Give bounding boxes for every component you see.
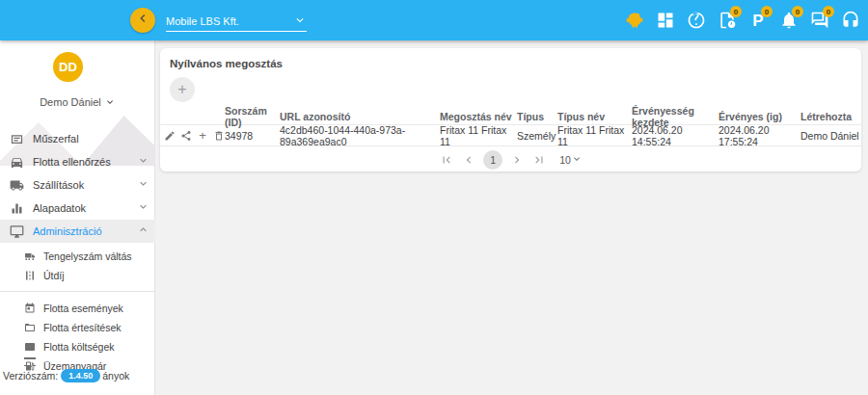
current-page[interactable]: 1: [483, 150, 502, 170]
obscured-menu-item-label[interactable]: ányok: [102, 370, 129, 382]
user-menu[interactable]: Demo Dániel: [0, 96, 155, 108]
sidebar: DD Demo Dániel Műszerfal Flotta ellenőrz…: [0, 40, 155, 395]
column-header: Típus név: [557, 111, 632, 122]
road-icon: [23, 270, 36, 282]
add-button[interactable]: +: [170, 77, 195, 102]
parking-icon[interactable]: P 0: [746, 9, 770, 32]
sidebar-item-label: Szállítások: [33, 179, 137, 191]
sidebar-item-label: Útdíj: [43, 270, 149, 281]
sidebar-item-toll[interactable]: Útdíj: [0, 266, 155, 285]
chevron-up-icon: [137, 223, 149, 240]
sidebar-item-axle-change[interactable]: Tengelyszám váltás: [0, 247, 155, 266]
plus-icon[interactable]: +: [197, 129, 208, 142]
sidebar-item-label: Flotta események: [43, 303, 149, 314]
avatar[interactable]: DD: [53, 52, 83, 82]
sidebar-item-label: Műszerfal: [33, 133, 149, 145]
chevron-down-icon: [137, 176, 149, 194]
page-size-select[interactable]: 10: [559, 153, 583, 167]
column-header: Sorszám (ID): [225, 105, 280, 128]
column-header: Érvényes (ig): [719, 111, 800, 122]
monitor-icon: [9, 224, 24, 239]
cell-type: Személy: [517, 130, 557, 142]
company-selector[interactable]: Mobile LBS Kft.: [166, 11, 307, 32]
user-name: Demo Dániel: [40, 96, 101, 108]
bar-chart-icon: [9, 200, 24, 216]
cell-url: 4c2db460-1044-440a-973a-89a369ea9ac0: [280, 124, 440, 147]
axle-truck-icon: [23, 250, 36, 263]
back-button[interactable]: [130, 8, 155, 33]
topbar-icons: 0 P 0 0 0: [623, 0, 862, 40]
cell-created-by: Demo Dániel: [800, 130, 861, 142]
sidebar-item-shipments[interactable]: Szállítások: [0, 173, 155, 197]
version-badge: 1.4.50: [61, 369, 100, 382]
sidebar-item-base-data[interactable]: Alapadatok: [0, 197, 155, 220]
version-label: Verziószám:: [3, 370, 58, 382]
sidebar-item-fleet-notifications[interactable]: Flotta értesítések: [0, 318, 155, 337]
help-icon[interactable]: [685, 9, 708, 32]
page-title: Nyílvános megosztás: [170, 58, 283, 69]
chevron-left-icon: [135, 11, 150, 30]
first-page-icon[interactable]: [439, 152, 454, 168]
chevron-down-icon: [293, 13, 307, 29]
chevron-down-icon: [104, 96, 116, 108]
sidebar-item-label: Tengelyszám váltás: [43, 250, 149, 262]
badge-count: 0: [761, 6, 773, 17]
prev-page-icon[interactable]: [461, 152, 476, 168]
sidebar-item-fleet-check[interactable]: Flotta ellenőrzés: [0, 150, 155, 173]
sidebar-item-label: Flotta ellenőrzés: [33, 156, 137, 168]
sidebar-item-fleet-costs[interactable]: Flotta költségek: [0, 337, 155, 356]
badge-count: 0: [823, 6, 834, 17]
column-header: Létrehozta: [800, 111, 861, 122]
sidebar-item-label: Flotta költségek: [43, 341, 149, 353]
chevron-down-icon: [571, 153, 583, 167]
car-icon: [9, 154, 24, 170]
last-page-icon[interactable]: [531, 152, 547, 168]
badge-count: 0: [730, 6, 742, 17]
truck-icon: [9, 177, 24, 193]
calendar-alert-icon: [23, 322, 36, 334]
page-size-value: 10: [559, 154, 571, 166]
chevron-down-icon: [137, 153, 149, 171]
document-history-icon[interactable]: 0: [716, 9, 739, 32]
column-header: URL azonosító: [280, 111, 440, 122]
cell-valid-from: 2024.06.20 14:55:24: [632, 124, 719, 147]
table-row: + 34978 4c2db460-1044-440a-973a-89a369ea…: [160, 125, 861, 146]
sidebar-item-administration[interactable]: Adminisztráció: [0, 220, 155, 243]
badge-count: 0: [792, 6, 803, 17]
sidebar-item-fleet-events[interactable]: Flotta események: [0, 299, 155, 318]
row-actions: +: [164, 129, 225, 142]
trash-icon[interactable]: [213, 129, 225, 142]
dashboard-grid-icon[interactable]: [654, 9, 677, 32]
next-page-icon[interactable]: [509, 152, 525, 168]
company-selector-value: Mobile LBS Kft.: [166, 15, 239, 27]
chevron-down-icon: [137, 199, 149, 217]
topbar: Mobile LBS Kft. 0 P 0 0 0: [0, 0, 868, 40]
dashboard-list-icon: [9, 131, 24, 146]
column-header: Megosztás név: [440, 111, 517, 122]
calendar-icon: [23, 303, 36, 315]
public-share-card: Nyílvános megosztás + Sorszám (ID) URL a…: [160, 48, 861, 171]
headset-icon[interactable]: [839, 9, 862, 32]
sidebar-item-label: Adminisztráció: [33, 225, 137, 237]
money-icon: [23, 341, 36, 354]
sidebar-item-label: Flotta értesítések: [43, 322, 149, 333]
cell-id: 34978: [225, 130, 280, 142]
messages-icon[interactable]: 0: [808, 9, 831, 32]
sidebar-item-label: Alapadatok: [33, 202, 137, 214]
edit-icon[interactable]: [164, 129, 176, 142]
cell-type-name: Fritax 11 Fritax 11: [557, 124, 632, 147]
cell-share-name: Fritax 11 Fritax 11: [440, 124, 517, 147]
shares-table: Sorszám (ID) URL azonosító Megosztás név…: [160, 108, 861, 146]
cell-valid-to: 2024.06.20 17:55:24: [719, 124, 800, 147]
bell-icon[interactable]: 0: [777, 9, 800, 32]
sidebar-menu: Műszerfal Flotta ellenőrzés Szállítások: [0, 127, 155, 376]
obscured-menu-item-icon: [24, 357, 36, 366]
pagination: 1 10: [160, 150, 861, 170]
table-header-row: Sorszám (ID) URL azonosító Megosztás név…: [160, 108, 861, 125]
version-row: Verziószám: 1.4.50 ányok: [3, 367, 155, 384]
share-icon[interactable]: [180, 129, 192, 142]
column-header: Típus: [517, 111, 557, 122]
administration-submenu: Tengelyszám váltás Útdíj Flotta eseménye…: [0, 247, 155, 376]
piggy-bank-icon[interactable]: [623, 9, 646, 32]
sidebar-item-dashboard[interactable]: Műszerfal: [0, 127, 155, 150]
